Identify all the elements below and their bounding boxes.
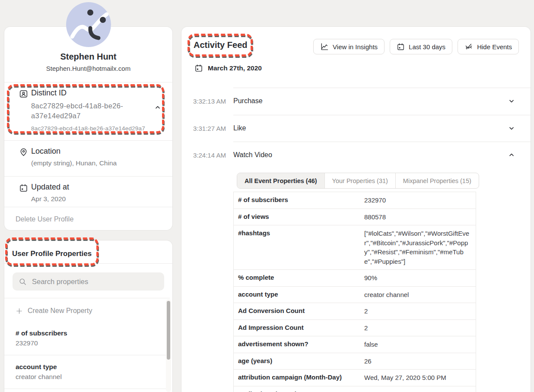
event-property-label: #hashtags [234,225,364,269]
user-profile-properties-card: User Profile Properties Create New Prope… [4,240,172,392]
event-property-row: attribution campaign (Month-Day) Wed, Ma… [234,370,476,386]
event-properties-tabs: All Event Properties (46) Your Propertie… [237,173,479,189]
event-property-label: advertisement shown? [234,336,364,353]
line-chart-icon [320,42,329,51]
profile-property-name: account type [16,363,170,371]
event-name: Watch Video [233,151,272,159]
event-property-row: Ad Impression Count 2 [234,320,476,337]
profile-property-row[interactable]: account type creator channel [4,355,170,389]
event-property-label: account type [234,287,364,303]
date-range-label: Last 30 days [409,43,445,51]
hide-events-button[interactable]: Hide Events [458,39,519,54]
event-time: 3:32:13 AM [193,98,226,105]
event-property-value: false [364,336,476,353]
event-property-label: % complete [234,270,364,286]
create-new-property-label: Create New Property [28,307,92,315]
event-property-row: Ad Conversion Count 2 [234,303,476,320]
event-property-row: account type creator channel [234,287,476,303]
delete-user-profile-link[interactable]: Delete User Profile [16,215,73,223]
event-property-label: # of subscribers [234,192,364,209]
location-label: Location [31,147,172,156]
plus-icon [16,307,23,315]
calendar-icon [194,64,203,73]
event-properties-tab[interactable]: Mixpanel Properties (15) [396,173,479,188]
event-property-value: 26 [364,353,476,370]
profile-property-name: # of subscribers [16,329,170,337]
event-property-row: % complete 90% [234,270,476,287]
profile-property-value: 232970 [16,339,170,347]
event-property-row: advertisement shown? false [234,336,476,353]
event-name: Like [233,124,246,132]
mixpanel-user-profile-page: Stephen Hunt Stephen.Hunt@hotmailx.com D… [0,0,534,392]
event-time: 3:24:14 AM [193,152,226,159]
chevron-down-icon [508,125,515,132]
activity-feed-title: Activity Feed [194,40,247,50]
date-header: March 27th, 2020 [194,64,262,73]
events-list: 3:32:13 AM Purchase 3:31:27 AM Like 3:24 [181,88,531,169]
event-name: Purchase [233,97,263,105]
updated-at-label: Updated at [31,183,172,192]
event-row[interactable]: 3:31:27 AM Like [181,115,531,142]
profile-property-row[interactable]: # of subscribers 232970 [4,322,170,355]
activity-feed-card: Activity Feed View in Insights Last 30 d… [181,27,531,392]
eye-off-icon [464,42,473,51]
event-property-label: Ad Conversion Count [234,303,364,319]
date-range-button[interactable]: Last 30 days [390,39,452,54]
search-icon [19,278,27,286]
event-property-value: 2 [364,303,476,319]
event-property-row: attribution channel Facebook [234,386,476,392]
event-row[interactable]: 3:24:14 AM Watch Video [181,142,531,169]
event-property-label: age (years) [234,353,364,370]
profile-property-value: creator channel [16,373,170,381]
event-properties-tab[interactable]: All Event Properties (46) [237,173,325,188]
location-section: Location (empty string), Hunan, China [4,140,172,176]
event-properties-tab[interactable]: Your Properties (31) [325,173,396,188]
event-property-value: ["#lolCats","#Wilson","#WorstGiftEver","… [364,225,476,269]
activity-feed-toolbar: View in Insights Last 30 days [313,39,519,54]
updated-at-section: Updated at Apr 3, 2020 [4,176,172,207]
event-property-label: # of views [234,209,364,225]
event-property-value: 2 [364,320,476,336]
profile-email: Stephen.Hunt@hotmailx.com [4,65,172,72]
view-in-insights-label: View in Insights [333,43,378,51]
user-profile-properties-title: User Profile Properties [4,240,172,258]
location-value: (empty string), Hunan, China [31,159,172,167]
event-property-value: creator channel [364,287,476,303]
distinct-id-section: Distinct ID 8ac27829-ebcd-41a8-be26-a37e… [4,82,172,140]
delete-user-profile-row: Delete User Profile [4,207,172,223]
view-in-insights-button[interactable]: View in Insights [313,39,385,54]
property-items: # of subscribers 232970 account type cre… [4,322,170,389]
chevron-up-icon[interactable] [154,104,161,111]
updated-at-value: Apr 3, 2020 [31,195,172,203]
event-properties-table: # of subscribers 232970 # of views 88057… [233,192,476,392]
hide-events-label: Hide Events [477,43,512,51]
avatar [65,1,112,48]
event-property-label: Ad Impression Count [234,320,364,336]
chevron-down-icon [508,152,515,158]
event-property-row: # of subscribers 232970 [234,192,476,209]
event-property-value: 232970 [364,192,476,209]
calendar-icon [397,43,405,51]
event-property-row: #hashtags ["#lolCats","#Wilson","#WorstG… [234,225,476,270]
event-row[interactable]: 3:32:13 AM Purchase [181,88,531,115]
search-box[interactable] [13,272,164,291]
distinct-id-value: 8ac27829-ebcd-41a8-be26-a37e14ed29a7 [31,101,131,121]
avatar-smiley-icon [65,1,112,48]
scrollbar-thumb[interactable] [167,301,170,360]
event-property-row: # of views 880578 [234,209,476,226]
date-header-label: March 27th, 2020 [208,64,262,72]
event-property-value: 880578 [364,209,476,225]
event-property-label: attribution channel [234,386,364,392]
event-property-label: attribution campaign (Month-Day) [234,370,364,386]
event-property-value: 90% [364,270,476,286]
map-pin-icon [19,148,28,157]
properties-list: Create New Property # of subscribers 232… [4,298,170,392]
distinct-id-subvalue: 8ac27829-ebcd-41a8-be26-a37e14ed29a7 [31,125,172,132]
profile-card: Stephen Hunt Stephen.Hunt@hotmailx.com D… [4,27,172,230]
create-new-property-button[interactable]: Create New Property [4,298,170,322]
search-properties-input[interactable] [31,277,158,286]
event-property-value: Wed, May 27, 2020 5:00 PM [364,370,476,386]
chevron-down-icon [508,98,515,104]
calendar-icon [19,183,28,193]
id-badge-icon [19,89,28,98]
